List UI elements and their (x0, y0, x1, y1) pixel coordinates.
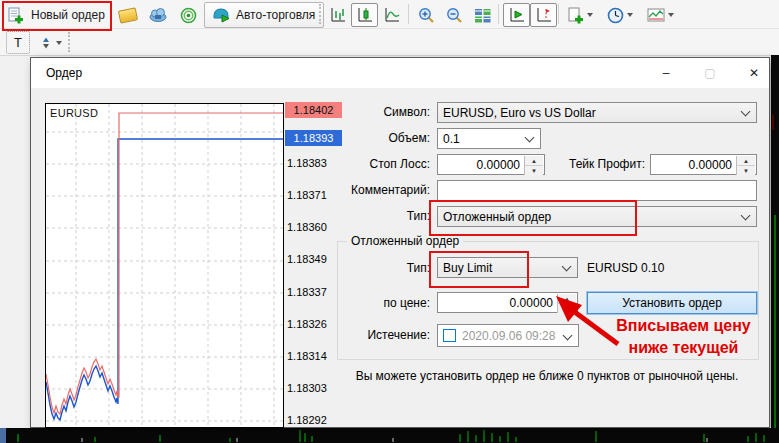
cycle-arrows-button[interactable] (34, 31, 66, 54)
candlestick-chart-icon (356, 7, 373, 23)
tile-windows-icon (474, 8, 491, 23)
place-order-label: Установить ордер (622, 296, 722, 310)
comment-input[interactable] (437, 180, 757, 201)
spinner-down-icon[interactable]: ▼ (737, 166, 755, 175)
toolbar-row-2: T M1M5M15M30H1H4D1W1MN (0, 28, 779, 55)
price-scale-label: 1.18349 (287, 253, 345, 265)
take-profit-field[interactable]: 0.00000 ▲▼ (650, 154, 757, 175)
tick-chart-panel: EURUSD (45, 103, 284, 428)
line-chart-button[interactable] (378, 3, 405, 27)
new-order-button[interactable]: Новый ордер (4, 3, 112, 27)
pending-summary: EURUSD 0.10 (587, 261, 664, 275)
hosting-icon (149, 8, 167, 22)
hosting-button[interactable] (144, 3, 172, 27)
symbol-value: EURUSD, Euro vs US Dollar (443, 106, 596, 120)
order-dialog: Ордер – ▢ ✕ EURUSD (30, 57, 770, 428)
signals-icon (180, 7, 197, 24)
bar-chart-icon (329, 7, 346, 23)
price-scale-label: 1.18292 (287, 414, 345, 426)
expiry-checkbox[interactable] (443, 329, 456, 342)
toolbar-separator (558, 4, 559, 24)
new-chart-button[interactable] (563, 3, 602, 27)
maximize-button[interactable]: ▢ (695, 62, 725, 83)
bid-line (46, 139, 283, 420)
price-scale-label: 1.18314 (287, 350, 345, 362)
toolbar-row-1: Новый ордер (0, 0, 779, 29)
candlestick-chart-button[interactable] (351, 3, 378, 27)
annotation-text: Вписываем цену ниже текущей (606, 315, 761, 359)
dialog-titlebar[interactable]: Ордер – ▢ ✕ (31, 58, 769, 88)
caret-down-icon (627, 13, 633, 17)
symbol-label: Символ: (270, 105, 430, 119)
auto-trading-button[interactable]: Авто-торговля (204, 2, 324, 28)
order-type-value: Отложенный ордер (443, 210, 551, 224)
zoom-out-icon (446, 7, 463, 24)
volume-value: 0.1 (443, 132, 460, 146)
price-scale-label: 1.18360 (287, 221, 345, 233)
annotation-line-2: ниже текущей (606, 337, 761, 359)
chevron-down-icon (741, 211, 751, 221)
chevron-down-icon (562, 262, 572, 272)
auto-scroll-button[interactable] (503, 3, 530, 27)
indicators-icon (647, 8, 665, 22)
text-tool-icon[interactable]: T (6, 31, 30, 54)
chevron-down-icon (525, 133, 535, 143)
zoom-out-button[interactable] (440, 3, 468, 27)
chevron-down-icon (741, 107, 751, 117)
expiry-value: 2020.09.06 09:28 (462, 329, 555, 343)
pending-type-value: Buy Limit (443, 261, 492, 275)
volume-combo[interactable]: 0.1 (437, 128, 541, 149)
volume-label: Объем: (270, 131, 430, 145)
expiry-label: Истечение: (270, 328, 430, 342)
new-order-icon (7, 7, 24, 24)
toolbar-grip[interactable] (68, 32, 71, 52)
pending-order-group-title: Отложенный ордер (347, 234, 463, 248)
caret-down-icon (56, 41, 62, 45)
zoom-in-icon (418, 7, 435, 24)
background-volume-ticks (0, 428, 779, 443)
spinner-up-icon[interactable]: ▲ (737, 156, 755, 166)
take-profit-label: Тейк Профит: (485, 157, 645, 171)
new-chart-icon (567, 7, 584, 24)
price-scale-label: 1.18371 (287, 189, 345, 201)
pending-type-combo[interactable]: Buy Limit (437, 257, 578, 278)
text-tool-glyph: T (14, 35, 22, 50)
caret-down-icon (587, 13, 593, 17)
background-ticks (771, 55, 779, 428)
indicators-button[interactable] (643, 3, 682, 27)
auto-trading-label: Авто-торговля (236, 8, 315, 22)
take-profit-value: 0.00000 (689, 158, 732, 172)
symbol-combo[interactable]: EURUSD, Euro vs US Dollar (437, 102, 757, 123)
market-icon (118, 7, 138, 23)
periodicity-clock-button[interactable] (603, 3, 642, 27)
order-type-combo[interactable]: Отложенный ордер (437, 206, 757, 227)
price-scale-label: 1.18337 (287, 286, 345, 298)
tile-windows-button[interactable] (468, 3, 496, 27)
price-scale-label: 1.18326 (287, 318, 345, 330)
auto-scroll-icon (508, 7, 525, 23)
bar-chart-button[interactable] (324, 3, 351, 27)
dialog-title: Ордер (46, 66, 82, 80)
price-scale-label: 1.18383 (287, 157, 345, 169)
toolbar-grip[interactable] (319, 4, 322, 24)
line-chart-icon (383, 7, 400, 23)
screen: Новый ордер (0, 0, 779, 443)
new-order-label: Новый ордер (31, 8, 105, 22)
ask-line (46, 113, 283, 414)
background-chart-bottom-strip: 1.18570 (0, 428, 779, 443)
order-distance-note: Вы можете установить ордер не ближе 0 пу… (337, 369, 757, 383)
caret-down-icon (668, 13, 674, 17)
auto-trading-icon (213, 7, 231, 23)
cycle-arrows-icon (39, 36, 53, 50)
chart-shift-button[interactable] (530, 3, 557, 27)
toolbar-separator (498, 4, 499, 24)
price-scale-label: 1.18303 (287, 382, 345, 394)
minimize-icon: – (663, 66, 670, 80)
zoom-in-button[interactable] (412, 3, 440, 27)
market-button[interactable] (114, 3, 142, 27)
minimize-button[interactable]: – (651, 62, 681, 83)
maximize-icon: ▢ (704, 66, 715, 80)
close-button[interactable]: ✕ (739, 62, 769, 83)
signals-button[interactable] (174, 3, 202, 27)
periodicity-clock-icon (607, 7, 624, 24)
